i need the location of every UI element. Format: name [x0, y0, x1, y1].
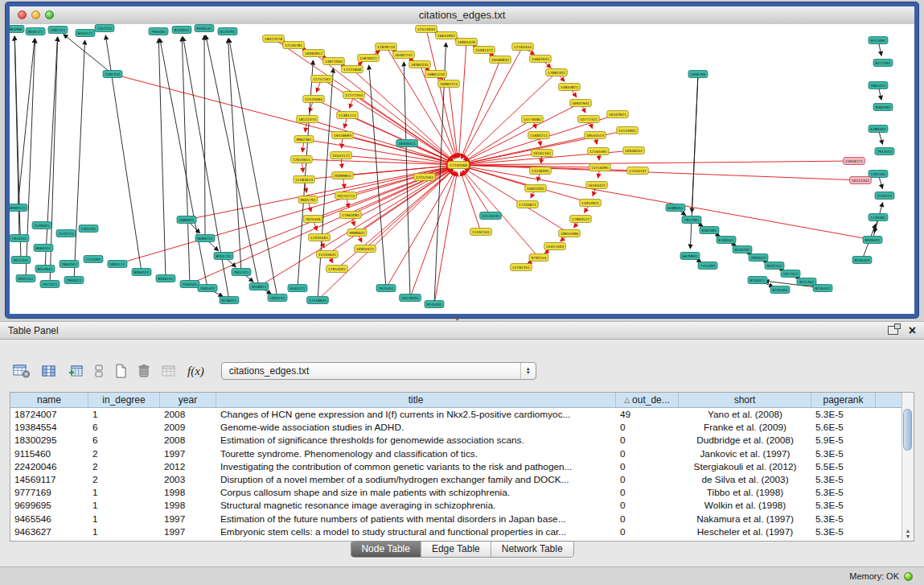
graph-node[interactable]: 3021341: [11, 257, 31, 264]
zoom-window-button[interactable]: [45, 10, 54, 19]
table-selector[interactable]: citations_edges.txt ▲▼: [221, 362, 536, 380]
graph-node[interactable]: 3021342: [797, 278, 816, 286]
graph-node[interactable]: 9792554: [529, 254, 548, 262]
graph-node[interactable]: 12524934: [416, 26, 437, 33]
graph-node[interactable]: 11381111: [337, 112, 359, 119]
tab-edge-table[interactable]: Edge Table: [421, 542, 491, 557]
graph-node[interactable]: 17893522: [570, 216, 592, 223]
graph-node[interactable]: 17954001: [326, 266, 348, 273]
graph-node[interactable]: 1301592: [869, 171, 888, 178]
table-row[interactable]: 977716911998Corpus callosum shape and si…: [10, 486, 914, 499]
graph-node[interactable]: 9362091: [700, 227, 719, 234]
graph-node[interactable]: 2067511: [48, 27, 68, 34]
graph-node[interactable]: 18122370: [297, 116, 318, 123]
graph-node[interactable]: 2905401: [198, 285, 217, 292]
graph-node[interactable]: 7751091: [84, 256, 103, 263]
graph-node[interactable]: 18381031: [409, 61, 431, 68]
graph-node[interactable]: 20099851: [332, 172, 354, 179]
graph-node[interactable]: 6389342: [869, 126, 888, 133]
graph-node[interactable]: 17204871: [517, 201, 539, 208]
graph-node[interactable]: 9054941: [35, 266, 55, 273]
table-row[interactable]: 911546021997Tourette syndrome. Phenomeno…: [10, 447, 914, 460]
graph-node[interactable]: 7912091: [682, 216, 701, 224]
delete-columns-button[interactable]: [138, 361, 150, 381]
graph-node[interactable]: 12252561: [414, 174, 436, 181]
graph-node[interactable]: 12272354: [343, 92, 365, 99]
show-columns-button[interactable]: [41, 361, 57, 381]
graph-node[interactable]: 9031551: [16, 275, 35, 282]
graph-node[interactable]: 8990121: [10, 204, 27, 212]
graph-node[interactable]: 15054921: [580, 200, 602, 207]
graph-node[interactable]: 7913552: [875, 148, 894, 155]
graph-node[interactable]: 2530601: [32, 222, 51, 229]
network-canvas[interactable]: 1724056612752162125204641812237098623811…: [10, 24, 914, 314]
column-header-short[interactable]: short: [679, 393, 811, 407]
graph-node[interactable]: 2044501: [180, 281, 199, 288]
graph-node[interactable]: 15958721: [844, 158, 865, 165]
scrollbar-arrows-icon[interactable]: ▲▼: [902, 528, 914, 539]
graph-node[interactable]: 12140781: [283, 42, 305, 49]
function-builder-button[interactable]: f(x): [187, 361, 204, 381]
graph-node[interactable]: 12164491: [588, 148, 610, 155]
graph-node[interactable]: 1730481: [869, 214, 888, 221]
graph-node[interactable]: 8055731: [214, 253, 233, 260]
graph-node[interactable]: 11544101: [627, 167, 649, 175]
graph-node[interactable]: 1933741: [268, 295, 287, 302]
graph-node[interactable]: 7625446: [303, 216, 322, 223]
graph-node[interactable]: 8533041: [172, 27, 191, 34]
tab-network-table[interactable]: Network Table: [491, 542, 573, 557]
table-row[interactable]: 969969511998Structural magnetic resonanc…: [10, 499, 914, 512]
graph-node[interactable]: 8103292: [733, 246, 752, 253]
table-row[interactable]: 1938455462009Genome-wide association stu…: [10, 421, 914, 434]
graph-node[interactable]: 16161162: [532, 150, 553, 157]
graph-node[interactable]: 8064552: [132, 269, 151, 276]
panel-divider-handle[interactable]: ▾: [455, 314, 459, 323]
close-panel-icon[interactable]: ×: [909, 326, 916, 336]
graph-node[interactable]: 13216091: [589, 164, 611, 171]
graph-node[interactable]: 2261310: [103, 71, 122, 78]
graph-node[interactable]: 2861041: [60, 261, 79, 268]
graph-node[interactable]: 17221848: [342, 66, 363, 73]
graph-node[interactable]: 1946794: [688, 71, 708, 78]
column-header-year[interactable]: year: [160, 393, 216, 407]
graph-node[interactable]: 15876021: [358, 55, 380, 62]
graph-node[interactable]: 8245021: [748, 277, 767, 284]
graph-node[interactable]: 1977022: [781, 270, 800, 278]
minimize-window-button[interactable]: [31, 10, 40, 19]
graph-node[interactable]: 16476001: [400, 295, 421, 302]
graph-node[interactable]: 19586832: [490, 56, 511, 64]
table-row[interactable]: 2242004622012Investigating the contribut…: [10, 460, 914, 473]
graph-node[interactable]: 12610651: [291, 156, 313, 163]
graph-node[interactable]: 9362092: [873, 104, 893, 111]
column-header-out_degree[interactable]: △out_de...: [616, 393, 679, 407]
graph-node[interactable]: 15104641: [317, 251, 339, 258]
graph-node[interactable]: 16932941: [570, 100, 592, 107]
table-row[interactable]: 1872400712008Changes of HCN gene express…: [10, 408, 914, 421]
graph-node[interactable]: 2993022: [749, 254, 768, 262]
graph-node[interactable]: 9605792: [298, 196, 318, 204]
graph-node[interactable]: 16155274: [335, 192, 357, 200]
network-window-titlebar[interactable]: citations_edges.txt: [10, 6, 914, 25]
graph-node[interactable]: 17663081: [340, 212, 362, 219]
graph-node[interactable]: 9245404: [770, 286, 790, 294]
graph-node[interactable]: 2680601: [177, 216, 196, 224]
delete-table-button[interactable]: [161, 361, 177, 381]
graph-node[interactable]: 12163454: [512, 43, 534, 51]
graph-node[interactable]: 10441572: [331, 152, 352, 159]
graph-node[interactable]: 8103291: [218, 28, 237, 35]
graph-node[interactable]: 12034461: [309, 234, 331, 241]
graph-node[interactable]: 16518693: [332, 132, 354, 139]
table-row[interactable]: 946554611997Estimation of the future num…: [10, 513, 914, 525]
graph-node[interactable]: 1357231: [95, 25, 114, 32]
graph-node[interactable]: 9989602: [347, 229, 367, 237]
graph-node[interactable]: 15457404: [544, 243, 566, 250]
table-row[interactable]: 946362711997Embryonic stem cells: a mode…: [10, 525, 914, 538]
graph-node[interactable]: 3018921: [249, 283, 269, 290]
graph-node[interactable]: 1301591: [79, 225, 98, 233]
graph-node[interactable]: 6679901: [680, 253, 700, 260]
graph-node[interactable]: 16603302: [525, 185, 547, 192]
column-header-name[interactable]: name: [10, 393, 88, 407]
graph-node[interactable]: 15081372: [474, 47, 495, 54]
graph-node[interactable]: 7905061: [149, 28, 168, 35]
graph-node[interactable]: 6783541: [717, 237, 736, 244]
